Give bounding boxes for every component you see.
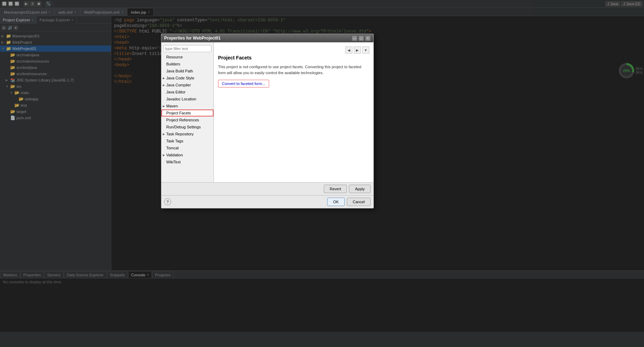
convert-to-faceted-form-button[interactable]: Convert to faceted form...: [218, 80, 269, 87]
nav-item-task-tags[interactable]: Task Tags: [161, 137, 214, 144]
nav-arrow-maven: ▶: [163, 105, 165, 108]
filter-input[interactable]: [163, 45, 211, 52]
nav-item-validation[interactable]: ▶ Validation: [161, 151, 214, 158]
apply-button[interactable]: Apply: [349, 185, 371, 193]
nav-label-maven: Maven: [166, 104, 178, 108]
nav-label-validation: Validation: [166, 153, 183, 157]
nav-label-run-debug: Run/Debug Settings: [166, 125, 201, 129]
nav-item-javadoc-location[interactable]: Javadoc Location: [161, 95, 214, 102]
footer-left: ?: [164, 198, 327, 205]
dialog-body: Resource Builders Java Build Path ▶ Java…: [161, 42, 373, 182]
nav-item-java-compiler[interactable]: ▶ Java Compiler: [161, 82, 214, 88]
nav-label-javadoc-location: Javadoc Location: [166, 97, 196, 101]
nav-item-maven[interactable]: ▶ Maven: [161, 102, 214, 109]
revert-button[interactable]: Revert: [324, 185, 347, 193]
nav-item-java-build-path[interactable]: Java Build Path: [161, 68, 214, 75]
panel-description: This project is not configured to use pr…: [218, 64, 369, 76]
nav-item-tomcat[interactable]: Tomcat: [161, 144, 214, 151]
footer-right: OK Cancel: [327, 198, 371, 206]
nav-item-builders[interactable]: Builders: [161, 61, 214, 68]
nav-label-task-repository: Task Repository: [166, 132, 194, 136]
nav-arrow-task-repository: ▶: [163, 133, 165, 136]
dialog-overlay: Properties for WebProject01 — □ × Resour…: [0, 0, 644, 347]
dialog-title: Properties for WebProject01: [164, 36, 351, 41]
dialog-maximize-button[interactable]: □: [358, 35, 364, 41]
nav-label-java-editor: Java Editor: [166, 90, 186, 94]
nav-arrow-java-compiler: ▶: [163, 84, 165, 87]
nav-arrow-java-code-style: ▶: [163, 77, 165, 80]
back-button[interactable]: ◀: [345, 47, 352, 54]
dropdown-button[interactable]: ▼: [362, 47, 369, 54]
nav-label-project-facets: Project Facets: [166, 111, 191, 115]
dialog-nav: Resource Builders Java Build Path ▶ Java…: [161, 42, 214, 182]
dialog-footer: ? OK Cancel: [161, 195, 373, 208]
dialog-right-panel: ◀ ▶ ▼ Project Facets This project is not…: [214, 42, 373, 182]
forward-button[interactable]: ▶: [354, 47, 361, 54]
nav-label-tomcat: Tomcat: [166, 146, 178, 150]
dialog-minimize-button[interactable]: —: [352, 35, 357, 41]
nav-label-java-code-style: Java Code Style: [166, 76, 194, 80]
cancel-button[interactable]: Cancel: [347, 198, 371, 206]
nav-item-resource[interactable]: Resource: [161, 54, 214, 61]
dialog-right-toolbar: ◀ ▶ ▼: [218, 47, 369, 54]
nav-arrow-validation: ▶: [163, 154, 165, 157]
ok-button[interactable]: OK: [327, 198, 345, 206]
panel-title: Project Facets: [218, 55, 369, 61]
help-icon[interactable]: ?: [164, 198, 171, 205]
dialog-footer-top: Revert Apply: [161, 182, 373, 195]
nav-label-java-compiler: Java Compiler: [166, 83, 191, 87]
dialog-close-button[interactable]: ×: [365, 35, 371, 41]
nav-item-project-facets[interactable]: Project Facets: [161, 109, 214, 116]
nav-label-project-references: Project References: [166, 118, 199, 122]
nav-item-java-editor[interactable]: Java Editor: [161, 88, 214, 95]
nav-label-task-tags: Task Tags: [166, 139, 183, 143]
nav-label-builders: Builders: [166, 62, 180, 66]
nav-label-java-build-path: Java Build Path: [166, 69, 193, 73]
nav-label-wikitext: WikiText: [166, 160, 181, 164]
dialog-titlebar[interactable]: Properties for WebProject01 — □ ×: [161, 34, 373, 42]
nav-item-run-debug[interactable]: Run/Debug Settings: [161, 123, 214, 130]
nav-item-project-references[interactable]: Project References: [161, 116, 214, 123]
nav-item-java-code-style[interactable]: ▶ Java Code Style: [161, 75, 214, 82]
properties-dialog: Properties for WebProject01 — □ × Resour…: [161, 34, 374, 208]
nav-item-wikitext[interactable]: WikiText: [161, 158, 214, 165]
nav-item-task-repository[interactable]: ▶ Task Repository: [161, 130, 214, 137]
nav-label-resource: Resource: [166, 55, 183, 59]
